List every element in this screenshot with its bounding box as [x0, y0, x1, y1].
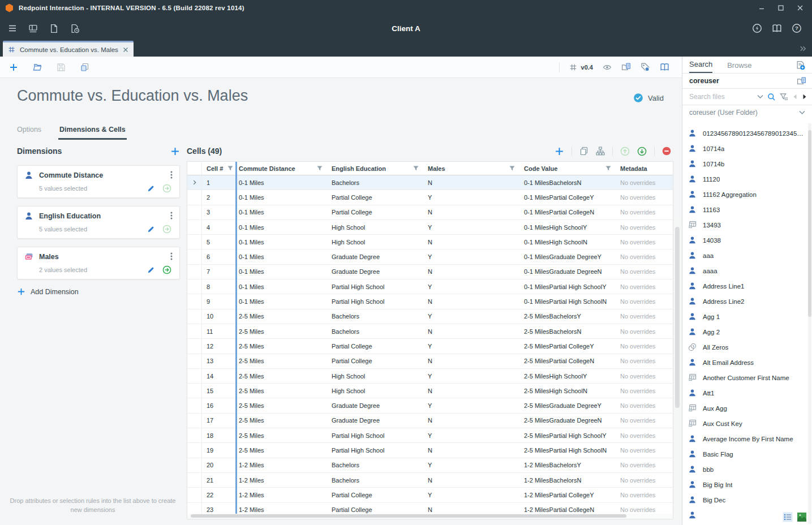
list-item[interactable]: $All Zeros: [682, 339, 809, 355]
list-item[interactable]: Agg 1: [682, 309, 809, 324]
table-row[interactable]: 211-2 MilesBachelorsN1-2 MilesBachelorsN…: [187, 473, 673, 488]
menu-hamburger-icon[interactable]: [8, 24, 17, 33]
list-item[interactable]: Average Income By First Name: [682, 431, 809, 446]
save-as-button[interactable]: [80, 63, 89, 72]
dimension-card[interactable]: Commute Distance5 values selected: [17, 165, 180, 198]
table-row[interactable]: 80-1 MilesPartial High SchoolY0-1 MilesP…: [187, 279, 673, 294]
list-item[interactable]: 10714b: [682, 156, 809, 171]
sidebar-tab-browse[interactable]: Browse: [727, 61, 751, 73]
row-expander[interactable]: [187, 279, 202, 294]
row-expander[interactable]: [187, 398, 202, 412]
table-row[interactable]: 40-1 MilesHigh SchoolY0-1 MilesHigh Scho…: [187, 220, 673, 235]
search-icon[interactable]: [767, 93, 776, 101]
row-expander[interactable]: [187, 488, 202, 502]
promote-arrow-icon[interactable]: [162, 184, 171, 193]
table-row[interactable]: 30-1 MilesPartial CollegeN0-1 MilesParti…: [187, 205, 673, 220]
next-arrow-icon[interactable]: [802, 94, 807, 100]
collapse-folder-icon[interactable]: [799, 110, 805, 115]
close-window-button[interactable]: [797, 5, 803, 11]
dimension-card[interactable]: Males2 values selected: [17, 247, 180, 279]
list-item[interactable]: 11120: [682, 171, 809, 187]
search-files-input[interactable]: [689, 93, 753, 101]
remove-cell-icon[interactable]: [662, 147, 671, 156]
tag-icon[interactable]: [641, 62, 650, 72]
row-expander[interactable]: [187, 369, 202, 383]
row-expander[interactable]: [187, 294, 202, 308]
add-cell-button[interactable]: [555, 147, 564, 156]
kebab-menu-icon[interactable]: [170, 252, 173, 260]
close-tab-icon[interactable]: [123, 47, 128, 53]
table-row[interactable]: 152-5 MilesHigh SchoolN2-5 MilesHigh Sch…: [187, 384, 673, 398]
column-header[interactable]: Commute Distance: [235, 162, 328, 175]
list-item[interactable]: aaa: [682, 248, 809, 263]
table-row[interactable]: 172-5 MilesGraduate DegreeN2-5 MilesGrad…: [187, 414, 673, 428]
list-item[interactable]: Big Big Int: [682, 477, 809, 492]
filter-funnel-icon[interactable]: [605, 166, 611, 171]
table-row[interactable]: 122-5 MilesPartial CollegeY2-5 MilesPart…: [187, 339, 673, 354]
hierarchy-icon[interactable]: [596, 147, 605, 156]
row-expander[interactable]: [187, 249, 202, 264]
filter-funnel-icon[interactable]: [227, 166, 233, 171]
row-expander[interactable]: [187, 354, 202, 368]
search-options-chevron-icon[interactable]: [757, 94, 763, 99]
row-expander[interactable]: [187, 235, 202, 249]
table-row[interactable]: 70-1 MilesGraduate DegreeN0-1 MilesGradu…: [187, 265, 673, 279]
row-expander[interactable]: [187, 339, 202, 353]
column-header[interactable]: Code Value: [521, 162, 617, 175]
preview-eye-icon[interactable]: [603, 63, 612, 72]
list-item[interactable]: Alt Email Address: [682, 355, 809, 370]
list-item[interactable]: aaaa: [682, 263, 809, 278]
table-row[interactable]: 50-1 MilesHigh SchoolN0-1 MilesHigh Scho…: [187, 235, 673, 249]
table-row[interactable]: 142-5 MilesHigh SchoolY2-5 MilesHigh Sch…: [187, 369, 673, 384]
maximize-button[interactable]: [778, 5, 784, 11]
column-header[interactable]: Metadata: [617, 162, 673, 175]
list-item[interactable]: Big Dec: [682, 492, 809, 507]
user-folder-icon[interactable]: [797, 76, 806, 86]
dimension-card[interactable]: English Education5 values selected: [17, 206, 180, 239]
row-expander[interactable]: [187, 458, 202, 472]
new-file-icon[interactable]: [796, 61, 805, 70]
row-expander[interactable]: [187, 414, 202, 428]
folder-document-icon[interactable]: [621, 62, 631, 72]
move-down-icon[interactable]: [637, 147, 647, 156]
list-item[interactable]: 10714a: [682, 141, 809, 156]
table-row[interactable]: 112-5 MilesBachelorsN2-5 MilesBachelorsN…: [187, 324, 673, 339]
copy-cells-icon[interactable]: [579, 147, 588, 156]
horizontal-scrollbar[interactable]: [188, 514, 672, 518]
add-dimension-button[interactable]: Add Dimension: [17, 287, 180, 296]
row-expander[interactable]: [187, 428, 202, 442]
promote-arrow-icon[interactable]: [162, 225, 171, 234]
sidebar-scrollbar[interactable]: [808, 123, 811, 524]
table-row[interactable]: 221-2 MilesPartial CollegeY1-2 MilesPart…: [187, 488, 673, 502]
kebab-menu-icon[interactable]: [170, 171, 173, 179]
row-expander[interactable]: [187, 309, 202, 324]
list-item[interactable]: Aux Cust Key: [682, 416, 809, 431]
document-tab[interactable]: Commute vs. Education vs. Males: [3, 41, 134, 57]
filter-icon[interactable]: [780, 93, 788, 101]
list-item[interactable]: 14038: [682, 233, 809, 248]
documentation-icon[interactable]: [772, 23, 782, 33]
row-expander[interactable]: [187, 190, 202, 204]
document-icon[interactable]: [49, 24, 59, 33]
filter-funnel-icon[interactable]: [413, 166, 419, 171]
tab-options[interactable]: Options: [17, 126, 41, 139]
table-row[interactable]: 182-5 MilesPartial High SchoolY2-5 Miles…: [187, 428, 673, 443]
row-expander[interactable]: [187, 220, 202, 234]
list-item[interactable]: 11162 Aggregation: [682, 187, 809, 202]
edit-pencil-icon[interactable]: [147, 184, 155, 192]
row-expander[interactable]: [187, 384, 202, 398]
help-icon[interactable]: ?: [792, 23, 802, 33]
row-expander[interactable]: [187, 324, 202, 338]
table-row[interactable]: 20-1 MilesPartial CollegeY0-1 MilesParti…: [187, 190, 673, 205]
new-button[interactable]: [9, 63, 18, 72]
sidebar-tab-search[interactable]: Search: [689, 60, 712, 73]
row-expander[interactable]: [187, 473, 202, 487]
row-expander[interactable]: [187, 265, 202, 279]
boards-icon[interactable]: [28, 24, 38, 33]
row-expander[interactable]: [187, 175, 202, 190]
add-dimension-plus-icon[interactable]: [170, 147, 180, 156]
move-up-icon[interactable]: [620, 147, 630, 156]
list-item[interactable]: Att1: [682, 385, 809, 401]
filter-funnel-icon[interactable]: [509, 166, 515, 171]
expand-chevron-icon[interactable]: [193, 180, 196, 185]
